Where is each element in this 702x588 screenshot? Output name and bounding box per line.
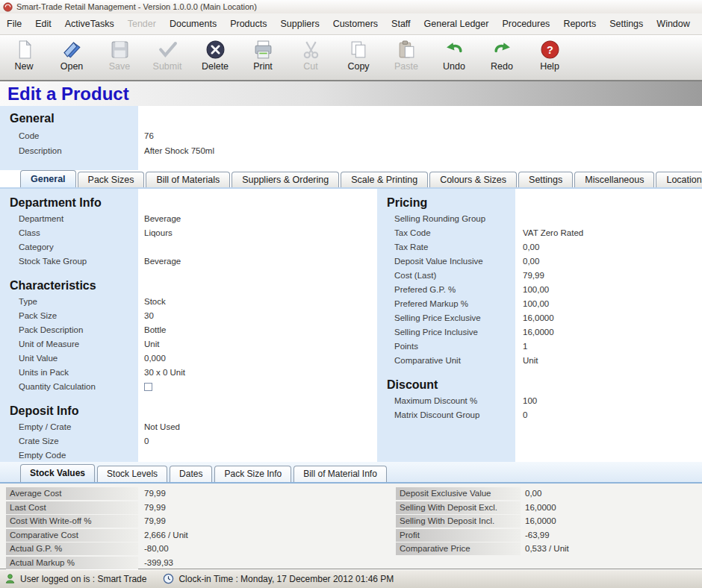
field-value[interactable]: 0: [144, 437, 149, 445]
field-label: Description: [19, 146, 62, 155]
quantity-calculation-checkbox[interactable]: [144, 383, 152, 391]
field-row-unit-value: Unit Value0,000: [0, 352, 377, 366]
toolbar-button-label: Open: [60, 61, 84, 72]
field-label: Deposit Value Inclusive: [394, 257, 483, 266]
menu-item-documents[interactable]: Documents: [163, 13, 223, 34]
field-value[interactable]: 100: [523, 396, 537, 405]
field-value[interactable]: Beverage: [144, 214, 181, 223]
field-value[interactable]: 79,99: [523, 271, 544, 280]
field-value[interactable]: Unit: [523, 356, 538, 365]
menu-item-procedures[interactable]: Procedures: [495, 13, 556, 34]
field-value[interactable]: 0,000: [144, 354, 166, 363]
menu-item-customers[interactable]: Customers: [326, 13, 385, 34]
field-value[interactable]: 76: [144, 131, 154, 140]
field-label: Pack Size: [19, 311, 57, 320]
copy-button[interactable]: Copy: [335, 35, 382, 80]
help-button[interactable]: ?Help: [526, 35, 574, 80]
field-value[interactable]: 30: [144, 311, 154, 320]
help-icon: ?: [540, 40, 560, 60]
field-label: Prefered G.P. %: [394, 285, 456, 294]
field-label: Selling Rounding Group: [394, 214, 485, 223]
section-heading-general: General: [10, 112, 55, 125]
field-label: Pack Description: [19, 325, 83, 334]
section-heading-discount: Discount: [377, 378, 702, 395]
field-value[interactable]: 30 x 0 Unit: [144, 368, 185, 377]
stock-row-selling-with-deposit-excl: Selling With Deposit Excl.16,0000: [396, 501, 702, 516]
stock-row-comparative-cost: Comparative Cost2,666 / Unit: [0, 529, 388, 543]
tab-locations[interactable]: Locations: [656, 172, 702, 187]
menu-item-reports[interactable]: Reports: [556, 13, 603, 34]
menu-item-file[interactable]: File: [0, 13, 28, 34]
field-value[interactable]: 0: [523, 410, 527, 419]
field-label: Maximum Discount %: [394, 396, 477, 405]
undo-button[interactable]: Undo: [430, 35, 478, 80]
menu-item-products[interactable]: Products: [223, 13, 273, 34]
stock-value: 79,99: [144, 501, 166, 514]
field-row-empty-crate: Empty / CrateNot Used: [0, 421, 377, 435]
page-title: Edit a Product: [0, 84, 129, 104]
field-row-prefered-markup: Prefered Markup %100,00: [377, 298, 702, 312]
field-value[interactable]: Bottle: [144, 325, 166, 334]
menu-item-general-ledger[interactable]: General Ledger: [417, 13, 496, 34]
menu-item-staff[interactable]: Staff: [385, 13, 417, 34]
field-label: Crate Size: [19, 437, 59, 445]
toolbar-button-label: Cut: [303, 61, 317, 72]
field-label: Tax Code: [394, 228, 431, 237]
field-value[interactable]: Beverage: [144, 257, 181, 266]
field-row-department: DepartmentBeverage: [0, 213, 377, 227]
toolbar-button-label: Delete: [202, 61, 229, 72]
tab-scale-printing[interactable]: Scale & Printing: [341, 172, 428, 187]
field-value[interactable]: 100,00: [523, 299, 549, 308]
stock-row-actual-markup: Actual Markup %-399,93: [0, 557, 388, 571]
field-row-crate-size: Crate Size0: [0, 435, 377, 449]
tab-suppliers-ordering[interactable]: Suppliers & Ordering: [232, 172, 339, 187]
left-sections: Department InfoDepartmentBeverageClassLi…: [0, 196, 377, 473]
field-value[interactable]: 16,0000: [523, 313, 554, 322]
toolbar-button-label: Redo: [491, 61, 513, 72]
print-button[interactable]: Print: [239, 35, 287, 80]
field-label: Empty / Crate: [19, 422, 71, 431]
tab-miscellaneous[interactable]: Miscellaneous: [574, 172, 654, 187]
menu-item-settings[interactable]: Settings: [603, 13, 650, 34]
page-header: Edit a Product: [0, 81, 702, 106]
field-label: Unit of Measure: [19, 340, 79, 348]
open-button[interactable]: Open: [48, 35, 96, 80]
copy-icon: [349, 40, 369, 60]
menu-item-edit[interactable]: Edit: [28, 13, 58, 34]
field-label: Quantity Calculation: [19, 382, 96, 391]
toolbar-button-label: New: [14, 61, 33, 72]
field-label: Class: [19, 228, 40, 237]
field-value[interactable]: 0,00: [523, 257, 539, 266]
field-value[interactable]: 16,0000: [523, 328, 554, 337]
field-row-deposit-value-inclusive: Deposit Value Inclusive0,00: [377, 255, 702, 269]
tab-bill-of-materials[interactable]: Bill of Materials: [146, 172, 230, 187]
menu-bar: FileEditActiveTasksTenderDocumentsProduc…: [0, 13, 702, 35]
field-value[interactable]: 100,00: [523, 285, 549, 294]
tab-colours-sizes[interactable]: Colours & Sizes: [429, 172, 517, 187]
paste-button: Paste: [382, 35, 430, 80]
stock-value: 2,666 / Unit: [144, 529, 188, 542]
field-value[interactable]: 0,00: [523, 243, 539, 251]
field-value[interactable]: VAT Zero Rated: [523, 228, 583, 237]
field-value[interactable]: Unit: [144, 340, 159, 348]
menu-item-window[interactable]: Window: [650, 13, 696, 34]
field-value[interactable]: Liqours: [144, 228, 173, 237]
tab-general[interactable]: General: [20, 170, 76, 187]
field-value[interactable]: 1: [523, 342, 527, 351]
field-value[interactable]: Stock: [144, 297, 166, 306]
tab-settings[interactable]: Settings: [518, 172, 573, 187]
stock-label: Comparative Price: [396, 542, 521, 555]
menu-item-suppliers[interactable]: Suppliers: [274, 13, 326, 34]
delete-button[interactable]: Delete: [191, 35, 239, 80]
new-button[interactable]: New: [0, 35, 48, 80]
tab-pack-sizes[interactable]: Pack Sizes: [78, 172, 145, 187]
toolbar-button-label: Paste: [394, 61, 418, 72]
redo-button[interactable]: Redo: [478, 35, 526, 80]
field-value[interactable]: Not Used: [144, 422, 180, 431]
stock-label: Actual Markup %: [6, 557, 138, 569]
menu-item-activetasks[interactable]: ActiveTasks: [58, 13, 121, 34]
menu-item-help[interactable]: Help: [697, 13, 702, 34]
stock-value: -80,00: [144, 542, 169, 555]
field-value[interactable]: After Shock 750ml: [144, 146, 214, 155]
submit-check-icon: [158, 40, 178, 60]
